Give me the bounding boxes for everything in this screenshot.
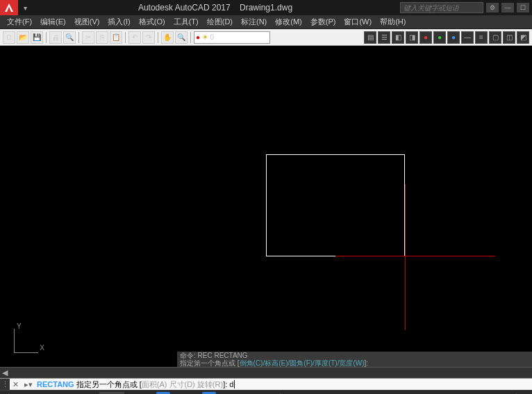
scroll-left-icon[interactable]: ◀ [0, 368, 10, 378]
grid-mode-icon[interactable]: ▦ [126, 392, 140, 395]
polar-mode-icon[interactable]: ⊕ [172, 392, 185, 395]
menu-bar: 文件(F) 编辑(E) 视图(V) 插入(I) 格式(O) 工具(T) 绘图(D… [0, 15, 532, 29]
isodraft-icon[interactable]: ◢ [187, 392, 201, 395]
menu-file[interactable]: 文件(F) [3, 15, 36, 28]
open-icon[interactable]: 📂 [17, 31, 29, 44]
rectangle-preview [266, 154, 405, 256]
preview-icon[interactable]: 🔍 [63, 31, 76, 44]
app-logo[interactable] [0, 0, 18, 15]
snap-mode-icon[interactable]: ⊡ [141, 392, 155, 395]
menu-edit[interactable]: 编辑(E) [36, 15, 70, 28]
annovisible-icon[interactable]: 👤 [454, 392, 467, 395]
qat-dropdown[interactable]: ▾ [19, 2, 31, 13]
osnap-mode-icon[interactable]: ◫ [202, 392, 216, 395]
help-search-input[interactable] [400, 2, 483, 13]
command-line[interactable]: ⋮ ✕ ▸▾ RECTANG 指定另一个角点或 [面积(A) 尺寸(D) 旋转(… [0, 378, 532, 390]
opt-dim[interactable]: 尺寸(D) [169, 380, 195, 388]
annoscale-icon[interactable]: 🔒 [438, 392, 452, 395]
infocenter-btn[interactable]: ⚙ [486, 3, 499, 13]
opt-area[interactable]: 面积(A) [142, 380, 167, 388]
cmdline-close-icon[interactable]: ✕ [10, 380, 22, 389]
menu-param[interactable]: 参数(P) [306, 15, 340, 28]
menu-view[interactable]: 视图(V) [70, 15, 104, 28]
color-blue-icon[interactable]: ● [447, 31, 460, 44]
linetype-icon[interactable]: — [461, 31, 474, 44]
lineweight-icon[interactable]: ≡ [475, 31, 488, 44]
menu-draw[interactable]: 绘图(D) [203, 15, 237, 28]
status-bar: 3043.5138, 47.5897, 0.0000 模型 ▦ ⊡ ∟ ⊕ ◢ … [0, 390, 532, 394]
zoom-icon[interactable]: 🔍 [175, 31, 188, 44]
plot-icon[interactable]: 🖨 [49, 31, 62, 44]
title-bar: ▾ Autodesk AutoCAD 2017 Drawing1.dwg ⚙ —… [0, 0, 532, 15]
command-input-value[interactable]: d [229, 380, 235, 388]
toolbar-separator [46, 32, 47, 43]
otrack-mode-icon[interactable]: ∠ [217, 392, 231, 395]
cmdline-grip-icon[interactable]: ⋮ [0, 379, 10, 390]
layer-state-icon[interactable]: ☰ [378, 31, 390, 44]
drawing-canvas[interactable]: Y X 命令: REC RECTANG 指定第一个角点或 [倒角(C)/标高(E… [0, 46, 532, 367]
layer-tool-icon[interactable]: ◨ [406, 31, 418, 44]
menu-tools[interactable]: 工具(T) [169, 15, 203, 28]
ucs-y-label: Y [17, 322, 22, 330]
menu-insert[interactable]: 插入(I) [103, 15, 134, 28]
command-history: 命令: REC RECTANG 指定第一个角点或 [倒角(C)/标高(E)/圆角… [177, 352, 532, 367]
design-icon[interactable]: ◩ [517, 31, 529, 44]
modelspace-icon[interactable]: ▢ [423, 392, 437, 395]
crosshair-vertical [405, 184, 406, 330]
toolbar-separator [158, 32, 158, 43]
ucs-icon: Y X [8, 324, 43, 359]
minimize-button[interactable]: — [501, 3, 514, 13]
annoauto-icon[interactable]: ⚖ [469, 392, 483, 395]
copy-icon[interactable]: ⎘ [96, 31, 108, 44]
color-green-icon[interactable]: ● [433, 31, 446, 44]
ortho-mode-icon[interactable]: ∟ [156, 392, 170, 395]
cmdline-prompt-icon: ▸▾ [22, 380, 35, 389]
maximize-button[interactable]: ☐ [517, 3, 529, 13]
menu-dimension[interactable]: 标注(N) [237, 15, 271, 28]
layer-iso-icon[interactable]: ◧ [392, 31, 404, 44]
cut-icon[interactable]: ✂ [82, 31, 94, 44]
model-tab[interactable]: 模型 [99, 392, 124, 395]
lineweight-toggle-icon[interactable]: ≡ [233, 392, 247, 395]
menu-modify[interactable]: 修改(M) [271, 15, 306, 28]
window-title: Autodesk AutoCAD 2017 Drawing1.dwg [31, 3, 400, 13]
command-prompt: RECTANG 指定另一个角点或 [面积(A) 尺寸(D) 旋转(R)]: d [35, 379, 236, 390]
undo-icon[interactable]: ↶ [128, 31, 141, 44]
menu-format[interactable]: 格式(O) [135, 15, 169, 28]
cycling-icon[interactable]: ⟳ [263, 392, 277, 395]
crosshair-horizontal [335, 256, 495, 256]
new-icon[interactable]: 🗋 [3, 31, 15, 44]
toolbar-separator [78, 32, 79, 43]
pan-icon[interactable]: ✋ [161, 31, 174, 44]
opt-rotate[interactable]: 旋转(R) [197, 380, 223, 388]
custom-icon[interactable]: ☰ [499, 392, 513, 395]
redo-icon[interactable]: ↷ [142, 31, 155, 44]
transparency-icon[interactable]: ◐ [248, 392, 262, 395]
layer-combo[interactable]: ● ☀ 0 [194, 31, 270, 44]
block-icon[interactable]: ▢ [489, 31, 501, 44]
ucs-x-label: X [40, 344, 44, 352]
save-icon[interactable]: 💾 [31, 31, 43, 44]
menu-window[interactable]: 窗口(W) [340, 15, 376, 28]
paste-icon[interactable]: 📋 [110, 31, 122, 44]
standard-toolbar: 🗋 📂 💾 🖨 🔍 ✂ ⎘ 📋 ↶ ↷ ✋ 🔍 ● ☀ 0 ▤ ☰ ◧ ◨ ● … [0, 29, 532, 46]
color-red-icon[interactable]: ● [419, 31, 432, 44]
menu-help[interactable]: 帮助(H) [376, 15, 410, 28]
layout-tab-strip: ◀ [0, 367, 532, 378]
toolbar-separator [125, 32, 126, 43]
toolbar-separator [190, 32, 191, 43]
layer-prop-icon[interactable]: ▤ [364, 31, 376, 44]
props-icon[interactable]: ◫ [503, 31, 515, 44]
workspace-icon[interactable]: ⚙ [484, 392, 498, 395]
